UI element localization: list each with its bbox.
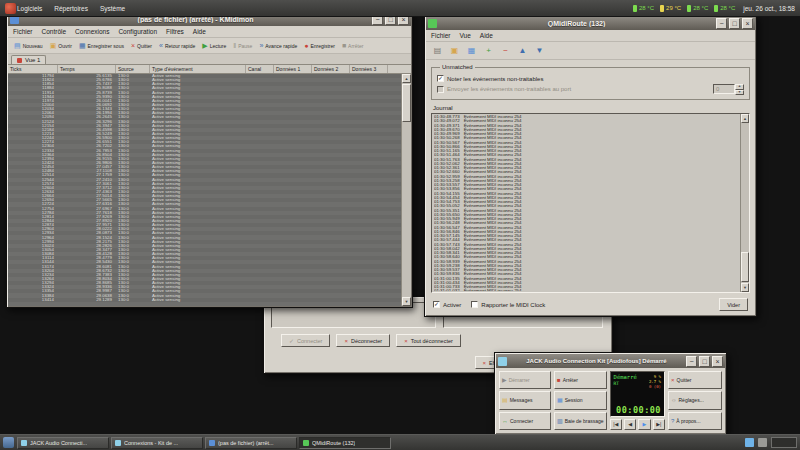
stop-button[interactable]: ■ Arrêter [339,40,367,51]
menu-item[interactable]: Connexions [75,28,109,35]
spin-down-icon[interactable] [735,90,744,96]
transport-play-button[interactable]: ▶ [638,419,650,430]
task-kmidimon[interactable]: (pas de fichier) (arrêt... [205,437,297,449]
column-header[interactable]: Source [116,65,150,73]
menu-item[interactable]: Fichier [431,32,451,39]
new-file-icon[interactable]: ▤ [431,44,444,57]
new-button[interactable]: ▤ Nouveau [11,40,46,51]
stop-button[interactable]: ■ Arrêter [554,371,607,389]
qmidiroute-titlebar[interactable]: QMidiRoute (132) − □ × [426,16,755,30]
log-lines: 01:30:48.773Événement MIDI inconnu 254 0… [434,115,738,291]
messages-button[interactable]: ▤ Messages [499,391,551,409]
settings-button[interactable]: ☼ Réglages... [668,391,722,409]
remove-map-icon[interactable]: − [499,44,512,57]
taskbar-tray [745,437,797,448]
map-down-icon[interactable]: ▼ [533,44,546,57]
open-button[interactable]: ▣ Ouvrir [47,40,75,51]
forward-unmatched-row[interactable]: Envoyer les événements non-traitables au… [437,84,744,94]
log-scrollbar[interactable] [740,114,749,292]
save-file-icon[interactable]: ▦ [465,44,478,57]
minimize-button[interactable]: − [686,356,697,367]
quit-button[interactable]: × Quitter [668,371,722,389]
scroll-down-icon[interactable] [741,283,749,292]
task-qjackctl[interactable]: JACK Audio Connecti... [17,437,109,449]
checkbox-label: Rapporter le MIDI Clock [481,302,545,308]
transport-rewind-button[interactable]: ◀ [624,419,636,430]
log-unmatched-checkbox[interactable] [437,75,444,82]
workspace-switcher[interactable] [771,437,797,448]
transport-forward-button[interactable]: ▶| [653,419,665,430]
tray-icon[interactable] [758,438,767,447]
task-qmidiroute[interactable]: QMidiRoute (132) [299,437,391,449]
tray-icon[interactable] [745,438,754,447]
enable-checkbox[interactable] [433,301,440,308]
play-button[interactable]: ▶ Lecture [199,40,229,51]
show-desktop-icon[interactable] [3,437,14,448]
column-header[interactable]: Données 2 [312,65,350,73]
enable-row[interactable]: Activer [433,301,461,308]
forward-unmatched-checkbox[interactable] [437,86,444,93]
event-table-body[interactable]: 11794 25.6135 130:0 Active sensing 11824… [8,74,401,306]
panel-menu[interactable]: Répertoires [53,3,89,14]
column-header[interactable]: Canal [246,65,274,73]
port-spinbox[interactable]: 0 [713,84,744,94]
rewind-button[interactable]: « Retour rapide [156,40,198,51]
scroll-up-icon[interactable] [741,114,749,123]
midi-clock-checkbox[interactable] [471,301,478,308]
maximize-button[interactable]: □ [699,356,710,367]
applications-menu-icon[interactable] [5,3,16,14]
column-header[interactable]: Type d'événement [150,65,246,73]
qjackctl-titlebar[interactable]: JACK Audio Connection Kit [Audiofous] Dé… [496,354,725,368]
quit-button[interactable]: × Quitter [128,40,155,51]
record-button[interactable]: ● Enregistrer [301,40,338,51]
log-unmatched-row[interactable]: Noter les événements non-traitables [437,75,744,82]
journal-log[interactable]: 01:30:48.773Événement MIDI inconnu 254 0… [431,113,750,293]
clear-log-button[interactable]: Vider [719,298,748,311]
column-header[interactable]: Ticks [8,65,58,73]
menu-item[interactable]: Fichier [13,28,33,35]
table-scrollbar[interactable] [401,74,411,306]
menu-item[interactable]: Filtres [166,28,184,35]
panel-menu[interactable]: Logiciels [16,3,43,14]
disconnect-button[interactable]: × Déconnecter [336,334,390,347]
maximize-button[interactable]: □ [729,18,740,29]
scroll-down-icon[interactable] [402,297,411,306]
menu-item[interactable]: Configuration [118,28,157,35]
close-button[interactable]: × [712,356,723,367]
panel-menu[interactable]: Système [99,3,126,14]
patchbay-button[interactable]: ▥ Baie de brassage [554,412,607,430]
menu-item[interactable]: Contrôle [42,28,67,35]
minimize-button[interactable]: − [716,18,727,29]
disconnect-all-button[interactable]: × Tout déconnecter [396,334,461,347]
midi-clock-row[interactable]: Rapporter le MIDI Clock [471,301,545,308]
connections-button[interactable]: ↔ Connecter [499,412,551,430]
column-header[interactable]: Données 1 [274,65,312,73]
transport-backward-button[interactable]: |◀ [610,419,622,430]
tab-vue1[interactable]: Vue 1 [11,55,46,64]
task-connections[interactable]: Connexions - Kit de ... [111,437,203,449]
column-header[interactable]: Données 3 [350,65,388,73]
column-header[interactable]: Temps [58,65,116,73]
session-button[interactable]: ▦ Session [554,391,607,409]
event-table: TicksTempsSourceType d'événementCanalDon… [8,65,411,306]
realtime-badge: RT [614,381,619,386]
scroll-up-icon[interactable] [402,74,411,83]
pause-button[interactable]: ‖ Pause [230,40,255,51]
menu-item[interactable]: Aide [480,32,493,39]
menu-item[interactable]: Vue [460,32,471,39]
open-file-icon[interactable]: ▣ [448,44,461,57]
scrollbar-thumb[interactable] [402,84,411,122]
menu-item[interactable]: Aide [193,28,206,35]
close-button[interactable]: × [742,18,753,29]
about-button[interactable]: ? À propos... [668,412,722,430]
scrollbar-thumb[interactable] [741,252,749,282]
clock[interactable]: jeu. 26 oct., 18:58 [743,5,795,12]
spinbox-arrows[interactable] [735,84,744,94]
save-as-button[interactable]: ▦ Enregistrer sous [76,40,127,51]
connect-button[interactable]: ✓ Connecter [281,334,330,347]
table-row[interactable]: 13414 29.1289 130:0 Active sensing [8,298,401,302]
start-button[interactable]: ▶ Démarrer [499,371,551,389]
forward-button[interactable]: » Avance rapide [256,40,300,51]
map-up-icon[interactable]: ▲ [516,44,529,57]
add-map-icon[interactable]: + [482,44,495,57]
